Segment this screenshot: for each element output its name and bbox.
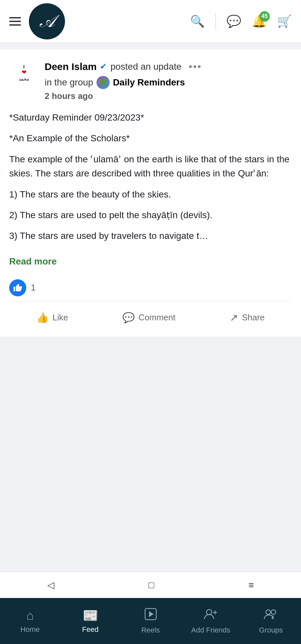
- add-friends-label: Add Friends: [191, 626, 230, 634]
- android-home-button[interactable]: □: [149, 580, 154, 590]
- android-menu-button[interactable]: ≡: [248, 580, 254, 590]
- top-navigation: 𝒜 🔍 💬 🔔 45 🛒: [0, 0, 301, 43]
- verified-badge-icon: ✔: [100, 61, 107, 72]
- add-friends-icon: [204, 608, 218, 623]
- action-buttons: 👍 Like 💬 Comment ↗ Share: [9, 304, 292, 327]
- groups-label: Groups: [259, 626, 283, 634]
- android-back-button[interactable]: ◁: [47, 580, 54, 590]
- android-navigation-bar: ◁ □ ≡: [0, 572, 301, 598]
- bottom-nav-add-friends[interactable]: Add Friends: [181, 608, 241, 634]
- post-header: I ❤ محمد Deen Islam ✔ posted an update •…: [9, 59, 292, 101]
- like-button[interactable]: 👍 Like: [30, 309, 75, 327]
- post-line-1: *Saturday Reminder 09/23/2023*: [9, 110, 292, 125]
- home-icon: ⌂: [26, 609, 34, 623]
- bottom-nav-groups[interactable]: Groups: [241, 608, 301, 634]
- messages-icon[interactable]: 💬: [226, 14, 241, 28]
- in-group-text: in the group: [45, 77, 93, 88]
- svg-point-6: [206, 610, 212, 615]
- post-body: *Saturday Reminder 09/23/2023* *An Examp…: [9, 110, 292, 256]
- share-label: Share: [242, 312, 265, 323]
- posted-action-text: posted an update: [110, 61, 181, 72]
- reactions-row: 1: [9, 275, 292, 301]
- post-line-6: 3) The stars are used by travelers to na…: [9, 229, 292, 243]
- comment-icon: 💬: [122, 312, 135, 323]
- post-timestamp: 2 hours ago: [45, 91, 292, 101]
- bottom-nav-reels[interactable]: Reels: [120, 608, 181, 634]
- reels-icon: [144, 608, 157, 623]
- cart-icon[interactable]: 🛒: [277, 14, 292, 28]
- svg-point-10: [271, 610, 276, 614]
- share-button[interactable]: ↗ Share: [223, 309, 271, 327]
- post-line-2: *An Example of the Scholars*: [9, 131, 292, 145]
- feed-icon: 📰: [83, 608, 98, 623]
- feed-content: I ❤ محمد Deen Islam ✔ posted an update •…: [0, 43, 301, 422]
- post-line-3: The example of the ʿulamāʾ on the earth …: [9, 152, 292, 181]
- notifications-icon[interactable]: 🔔 45: [252, 14, 267, 28]
- avatar[interactable]: I ❤ محمد: [9, 59, 39, 89]
- nav-divider: [215, 13, 216, 30]
- like-icon: 👍: [36, 312, 49, 323]
- group-icon[interactable]: 🌿: [97, 76, 110, 89]
- author-name[interactable]: Deen Islam: [45, 61, 97, 72]
- comment-button[interactable]: 💬 Comment: [116, 309, 182, 327]
- bottom-nav-feed[interactable]: 📰 Feed: [60, 608, 120, 634]
- hamburger-menu-icon[interactable]: [9, 17, 21, 26]
- read-more-button[interactable]: Read more: [9, 256, 292, 267]
- svg-text:I: I: [23, 64, 25, 69]
- svg-point-9: [266, 610, 270, 614]
- post-line-5: 2) The stars are used to pelt the shayāṭ…: [9, 208, 292, 222]
- group-name[interactable]: Daily Reminders: [113, 77, 185, 88]
- bottom-nav-home[interactable]: ⌂ Home: [0, 609, 60, 634]
- reels-label: Reels: [141, 626, 160, 634]
- like-reaction-bubble[interactable]: [9, 279, 26, 296]
- groups-icon: [264, 608, 278, 623]
- post-metadata: Deen Islam ✔ posted an update ••• in the…: [45, 59, 292, 101]
- search-icon[interactable]: 🔍: [190, 14, 205, 28]
- share-icon: ↗: [230, 312, 238, 323]
- svg-text:❤: ❤: [22, 69, 27, 76]
- comment-label: Comment: [139, 312, 176, 323]
- avatar-image: I ❤ محمد: [9, 59, 39, 89]
- svg-text:محمد: محمد: [19, 77, 29, 81]
- svg-marker-5: [149, 611, 154, 617]
- like-label: Like: [53, 312, 68, 323]
- home-label: Home: [20, 625, 40, 634]
- app-logo[interactable]: 𝒜: [29, 3, 65, 39]
- reaction-count: 1: [31, 283, 35, 293]
- thumbs-up-icon: [13, 283, 22, 292]
- post-card: I ❤ محمد Deen Islam ✔ posted an update •…: [0, 49, 301, 336]
- feed-label: Feed: [82, 625, 98, 634]
- more-options-icon[interactable]: •••: [185, 59, 206, 74]
- post-line-4: 1) The stars are the beauty of the skies…: [9, 187, 292, 201]
- notification-badge: 45: [259, 11, 270, 22]
- bottom-navigation: ⌂ Home 📰 Feed Reels Add Friends: [0, 598, 301, 644]
